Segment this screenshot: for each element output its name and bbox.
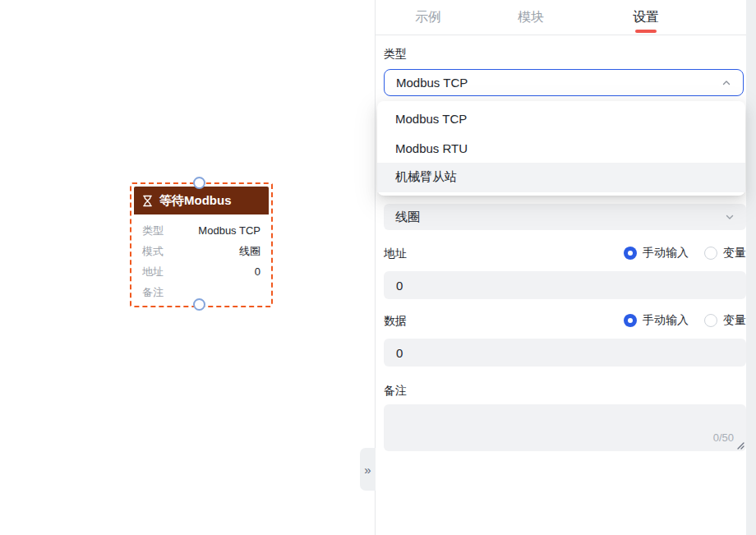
chevron-up-icon: [721, 78, 731, 88]
note-field-wrap: 0/50: [384, 404, 746, 451]
hourglass-icon: [141, 195, 154, 207]
radio-manual-label: 手动输入: [643, 313, 689, 328]
active-tab-underline: [635, 30, 657, 33]
mode-select-value: 线圈: [395, 210, 420, 225]
tab-example[interactable]: 示例: [415, 9, 441, 26]
radio-variable-label: 变量: [723, 313, 746, 328]
node-header: 等待Modbus: [134, 187, 269, 214]
node-body: 类型 Modbus TCP 模式 线圈 地址 0 备注: [134, 214, 269, 302]
radio-off-icon[interactable]: [704, 247, 717, 260]
address-label: 地址: [384, 247, 407, 261]
node-input-handle[interactable]: [193, 177, 205, 189]
panel-tabs: 示例 模块 设置: [376, 0, 747, 35]
address-input[interactable]: [384, 271, 746, 299]
radio-manual-input[interactable]: 手动输入: [624, 313, 689, 328]
data-source-radio-group: 手动输入 变量: [624, 313, 746, 328]
radio-off-icon[interactable]: [704, 314, 717, 327]
node-row-label: 模式: [142, 244, 164, 259]
panel-collapse-button[interactable]: »: [360, 448, 376, 491]
settings-panel: 示例 模块 设置 类型 Modbus TCP Modbus TCP Modbus…: [375, 0, 756, 535]
node-row-value: 线圈: [239, 244, 260, 259]
radio-variable[interactable]: 变量: [704, 246, 746, 261]
radio-manual-label: 手动输入: [643, 246, 689, 261]
data-label: 数据: [384, 314, 407, 329]
type-dropdown-menu: Modbus TCP Modbus RTU 机械臂从站: [377, 101, 745, 196]
address-source-radio-group: 手动输入 变量: [624, 246, 746, 261]
node-row-label: 地址: [142, 265, 164, 279]
type-select[interactable]: Modbus TCP: [384, 69, 744, 96]
data-input[interactable]: [384, 339, 746, 367]
double-chevron-right-icon: »: [364, 463, 371, 477]
flow-canvas[interactable]: 等待Modbus 类型 Modbus TCP 模式 线圈 地址 0: [0, 0, 375, 535]
radio-on-icon[interactable]: [624, 314, 637, 327]
radio-variable[interactable]: 变量: [704, 313, 746, 328]
type-label: 类型: [384, 47, 407, 62]
node-row-type: 类型 Modbus TCP: [142, 220, 260, 241]
dropdown-option-modbus-rtu[interactable]: Modbus RTU: [377, 134, 745, 164]
wait-modbus-node[interactable]: 等待Modbus 类型 Modbus TCP 模式 线圈 地址 0: [134, 187, 269, 303]
mode-select[interactable]: 线圈: [384, 204, 746, 230]
node-row-mode: 模式 线圈: [142, 241, 260, 261]
char-counter: 0/50: [713, 431, 734, 444]
radio-manual-input[interactable]: 手动输入: [624, 246, 689, 261]
dropdown-option-modbus-tcp[interactable]: Modbus TCP: [377, 104, 745, 134]
node-row-value: 0: [255, 265, 260, 278]
type-select-value: Modbus TCP: [396, 76, 468, 90]
node-title: 等待Modbus: [159, 193, 232, 209]
radio-variable-label: 变量: [723, 246, 746, 261]
node-row-label: 备注: [142, 285, 164, 300]
tab-module[interactable]: 模块: [518, 9, 544, 26]
radio-on-icon[interactable]: [624, 247, 637, 260]
panel-scrollbar[interactable]: [746, 0, 756, 535]
note-label: 备注: [384, 384, 407, 399]
chevron-down-icon: [725, 212, 735, 222]
resize-handle-icon[interactable]: [736, 441, 744, 450]
dropdown-option-robot-slave[interactable]: 机械臂从站: [377, 163, 745, 192]
node-row-label: 类型: [142, 224, 164, 238]
node-output-handle[interactable]: [193, 298, 205, 311]
node-selection-outline: 等待Modbus 类型 Modbus TCP 模式 线圈 地址 0: [130, 182, 273, 307]
node-row-address: 地址 0: [142, 261, 260, 282]
app-window: 等待Modbus 类型 Modbus TCP 模式 线圈 地址 0: [0, 0, 756, 535]
tab-settings[interactable]: 设置: [633, 9, 659, 26]
node-row-value: Modbus TCP: [198, 224, 260, 237]
note-textarea[interactable]: [384, 404, 746, 451]
